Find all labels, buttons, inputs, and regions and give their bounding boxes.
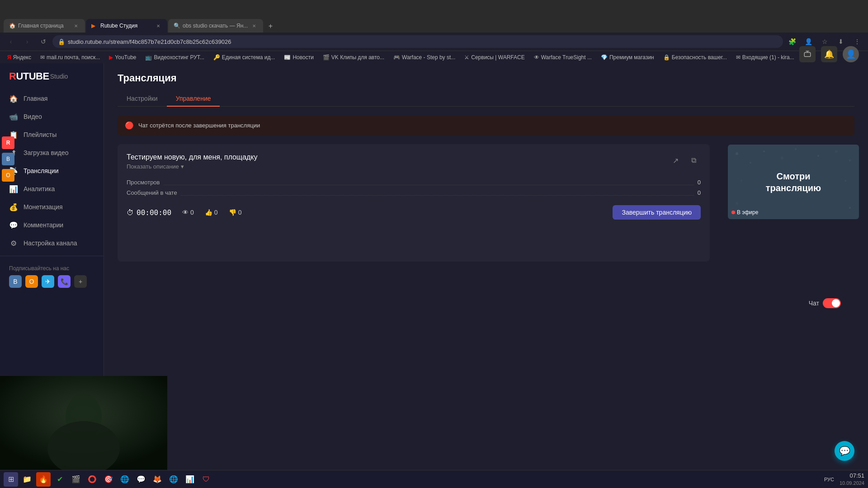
follow-us-section: Подписывайтесь на нас В О ✈ 📞 +	[0, 260, 104, 293]
chat-toggle-area: Чат	[809, 298, 841, 308]
chevron-down-icon: ▾	[181, 163, 184, 170]
notifications-btn[interactable]: 🔔	[821, 46, 837, 62]
navigation-bar: ‹ › ↺ 🔒 studio.rutube.ru/stream/f4bc857b…	[0, 33, 868, 51]
reload-button[interactable]: ↺	[36, 34, 51, 49]
share-stream-button[interactable]: ↗	[668, 153, 683, 168]
bookmark-esia[interactable]: 🔑 Единая система ид...	[210, 53, 279, 61]
tab3-favicon: 🔍	[174, 23, 180, 29]
svg-point-5	[795, 148, 797, 150]
taskbar-icon-2[interactable]: 🔥	[36, 472, 51, 487]
external-link-icon: ⧉	[691, 156, 696, 164]
analytics-nav-icon: 📊	[9, 184, 18, 193]
bookmark-label: Единая система ид...	[222, 54, 275, 61]
telegram-social-icon[interactable]: ✈	[42, 275, 54, 288]
taskbar-start-icon[interactable]: ⊞	[4, 472, 18, 487]
vk-brand-icon[interactable]: В	[2, 153, 14, 165]
address-bar[interactable]: 🔒 studio.rutube.ru/stream/f4bc857b7e21d0…	[52, 35, 783, 48]
extensions-button[interactable]: 🧩	[785, 34, 799, 49]
bookmark-youtube[interactable]: ▶ YouTube	[105, 53, 140, 61]
views-value: 0	[698, 179, 701, 186]
logo-r-letter: R	[9, 70, 16, 82]
bookmark-premium[interactable]: 💎 Премиум магазин	[597, 53, 658, 61]
broadcast-icon-btn[interactable]	[799, 46, 816, 62]
bookmark-vk-clips[interactable]: 🎬 VK Клипы для авто...	[319, 53, 388, 61]
browser-tab-3[interactable]: 🔍 obs studio скачать — Ян... ✕	[168, 19, 263, 33]
tab3-close[interactable]: ✕	[250, 22, 258, 29]
sidebar-divider-1	[0, 256, 104, 256]
add-social-icon[interactable]: +	[74, 275, 87, 288]
bookmark-label: Безопасность вашег...	[672, 54, 727, 61]
bookmark-news[interactable]: 📰 Новости	[280, 53, 317, 61]
tab-management[interactable]: Управление	[167, 91, 220, 107]
avatar-placeholder: 👤	[846, 49, 856, 59]
broadcast-icon	[803, 50, 811, 58]
alert-text: Чат сотрётся после завершения трансляции	[138, 122, 260, 129]
forward-button[interactable]: ›	[20, 34, 34, 49]
svg-point-10	[844, 180, 846, 182]
tab2-close[interactable]: ✕	[155, 22, 162, 29]
new-tab-button[interactable]: +	[264, 20, 277, 33]
bookmark-security[interactable]: 🔒 Безопасность вашег...	[660, 53, 731, 61]
taskbar-icon-5[interactable]: ⭕	[85, 472, 99, 487]
sidebar-item-analytics[interactable]: 📊 Аналитика	[0, 180, 104, 198]
dislikes-pill: 👎 0	[229, 209, 242, 216]
bookmark-label: mail.ru почта, поиск...	[47, 54, 100, 61]
tab-settings[interactable]: Настройки	[118, 91, 167, 107]
stream-preview-thumbnail[interactable]: Смотри трансляцию В эфире	[728, 145, 859, 219]
bookmark-label: Яндекс	[13, 54, 31, 61]
home-nav-icon: 🏠	[9, 94, 18, 103]
browser-tab-2[interactable]: ▶ Rutube Студия ✕	[86, 19, 167, 33]
browser-tabs-bar: 🏠 Главная страница ✕ ▶ Rutube Студия ✕ 🔍…	[0, 16, 868, 33]
bookmark-mail[interactable]: ✉ mail.ru почта, поиск...	[37, 53, 104, 61]
taskbar-firefox-icon[interactable]: 🦊	[150, 472, 165, 487]
news-icon: 📰	[284, 54, 291, 61]
alert-icon: 🔴	[125, 121, 134, 130]
user-avatar[interactable]: 👤	[843, 46, 859, 62]
toggle-knob	[832, 299, 840, 307]
svg-point-4	[781, 157, 783, 160]
taskbar-language-icon[interactable]: РУС	[822, 472, 836, 487]
taskbar-icon-3[interactable]: ✔	[52, 472, 67, 487]
ok-brand-icon[interactable]: О	[2, 169, 14, 182]
tab1-close[interactable]: ✕	[72, 22, 80, 29]
taskbar-icon-6[interactable]: 🎯	[101, 472, 116, 487]
sidebar-logo[interactable]: RUTUBE Studio	[0, 63, 104, 89]
bookmark-warface-truesight[interactable]: 👁 Warface TrueSight ...	[530, 53, 595, 61]
bookmark-yandex[interactable]: Я Яндекс	[4, 53, 35, 61]
back-button[interactable]: ‹	[4, 34, 18, 49]
bookmark-warface-step[interactable]: 🎮 Warface - Step by st...	[390, 53, 459, 61]
title-bar	[0, 0, 868, 16]
taskbar-icon-4[interactable]: 🎬	[69, 472, 83, 487]
rutube-brand-icon[interactable]: R	[2, 136, 14, 149]
svg-point-3	[763, 150, 765, 152]
bookmark-rutube[interactable]: 📺 Видеохостинг РУТ...	[142, 53, 208, 61]
floating-action-button[interactable]: 💬	[835, 441, 854, 461]
chat-toggle-switch[interactable]	[823, 298, 841, 308]
bookmark-inbox[interactable]: ✉ Входящие (1) - kira...	[732, 53, 798, 61]
end-stream-button[interactable]: Завершить трансляцию	[613, 205, 701, 220]
taskbar-icon-12[interactable]: 🛡	[199, 472, 213, 487]
sidebar-item-channel-settings[interactable]: ⚙ Настройка канала	[0, 234, 104, 252]
taskbar-icon-11[interactable]: 📊	[183, 472, 197, 487]
stream-card: ↗ ⧉ Тестируем новую, для меня, площадку …	[118, 144, 710, 262]
show-description-toggle[interactable]: Показать описание ▾	[127, 163, 701, 170]
bookmark-label: Премиум магазин	[609, 54, 654, 61]
viber-social-icon[interactable]: 📞	[58, 275, 71, 288]
likes-icon: 👍	[205, 209, 212, 216]
tab1-title: Главная страница	[18, 23, 70, 29]
open-external-button[interactable]: ⧉	[686, 153, 701, 168]
taskbar-icon-7[interactable]: 🌐	[118, 472, 132, 487]
sidebar-item-comments[interactable]: 💬 Комментарии	[0, 216, 104, 234]
chat-messages-value: 0	[698, 189, 701, 196]
ok-social-icon[interactable]: О	[25, 275, 38, 288]
bookmark-warface-services[interactable]: ⚔ Сервисы | WARFACE	[461, 53, 528, 61]
taskbar-icon-10[interactable]: 🌐	[166, 472, 181, 487]
sidebar-item-monetization[interactable]: 💰 Монетизация	[0, 198, 104, 216]
taskbar-icon-8[interactable]: 💬	[134, 472, 148, 487]
vk-social-icon[interactable]: В	[9, 275, 22, 288]
sidebar-item-video[interactable]: 📹 Видео	[0, 108, 104, 126]
stream-controls: ⏱ 00:00:00 👁 0 👍 0 👎 0	[127, 205, 701, 220]
taskbar-file-manager[interactable]: 📁	[20, 472, 34, 487]
sidebar-item-home[interactable]: 🏠 Главная	[0, 89, 104, 108]
browser-tab-1[interactable]: 🏠 Главная страница ✕	[4, 19, 85, 33]
